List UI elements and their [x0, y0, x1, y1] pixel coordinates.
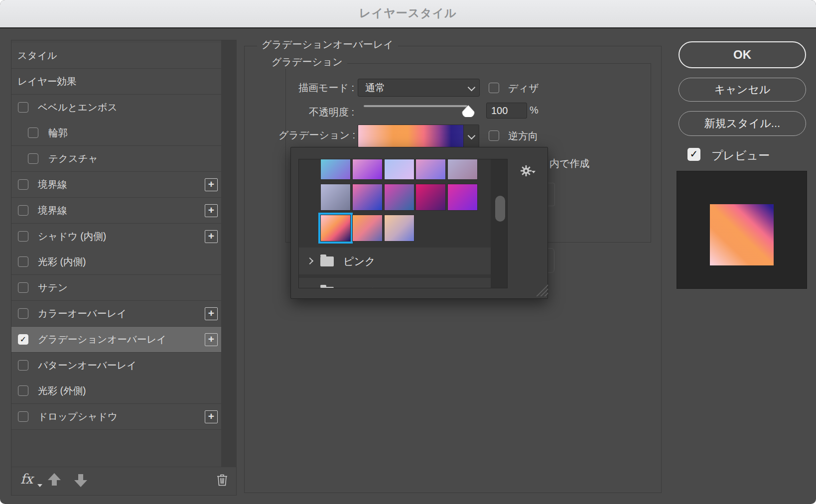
add-effect-instance-button[interactable]: +	[205, 410, 218, 423]
gradient-picker-button[interactable]	[358, 125, 479, 147]
blend-mode-select[interactable]: 通常	[358, 79, 480, 97]
effect-checkbox[interactable]: ✓	[18, 334, 28, 345]
new-style-button[interactable]: 新規スタイル...	[679, 111, 806, 136]
sidebar-item[interactable]: ドロップシャドウ+	[11, 404, 221, 430]
gradient-swatch[interactable]	[384, 159, 414, 180]
sidebar-item[interactable]: ✓グラデーションオーバーレイ+	[11, 327, 221, 353]
sidebar-item[interactable]: 輪郭	[11, 120, 221, 146]
move-effect-up-button[interactable]	[48, 473, 61, 487]
gradient-group-label: グラデーション	[267, 55, 347, 69]
sidebar-item[interactable]: 光彩 (外側)	[11, 378, 221, 404]
gradient-strip[interactable]	[358, 125, 464, 147]
sidebar-item-label: レイヤー効果	[17, 69, 76, 94]
gradient-swatch[interactable]	[447, 159, 478, 180]
add-effect-instance-button[interactable]: +	[205, 178, 218, 191]
opacity-slider-track[interactable]	[364, 105, 467, 107]
preset-folder-row[interactable]: レッド	[299, 278, 491, 288]
effect-checkbox[interactable]	[18, 256, 28, 267]
gradient-swatch[interactable]	[447, 184, 478, 211]
effect-checkbox[interactable]	[18, 102, 28, 113]
fx-menu-button[interactable]: fx	[20, 471, 33, 487]
sidebar-scrollbar-track[interactable]	[221, 40, 237, 467]
effect-checkbox[interactable]	[18, 205, 28, 216]
disclosure-chevron-icon[interactable]	[307, 257, 314, 264]
disclosure-chevron-icon[interactable]	[307, 288, 314, 288]
gradient-swatch[interactable]	[415, 184, 446, 211]
gradient-swatch[interactable]	[320, 184, 351, 211]
sidebar-item-label: 境界線	[38, 198, 67, 223]
sidebar-item[interactable]: パターンオーバーレイ	[11, 353, 221, 378]
opacity-slider-thumb[interactable]	[462, 105, 475, 119]
effect-checkbox[interactable]	[18, 385, 28, 396]
sidebar-item[interactable]: スタイル	[11, 43, 221, 69]
gradient-swatch[interactable]	[320, 159, 351, 180]
sidebar-item[interactable]: シャドウ (内側)+	[11, 224, 221, 250]
add-effect-instance-button[interactable]: +	[205, 230, 218, 243]
folder-icon	[320, 256, 334, 266]
effect-checkbox[interactable]	[18, 179, 28, 190]
popup-scrollbar-track[interactable]	[491, 159, 507, 288]
gradient-swatch[interactable]	[384, 184, 414, 211]
preview-thumbnail	[710, 204, 774, 265]
cancel-button[interactable]: キャンセル	[679, 78, 806, 102]
sidebar-item[interactable]: ベベルとエンボス	[11, 95, 221, 121]
popup-resize-grip[interactable]	[535, 283, 548, 296]
gear-icon	[520, 165, 532, 177]
sidebar-item[interactable]: レイヤー効果	[11, 69, 221, 95]
sidebar-item-label: ベベルとエンボス	[38, 95, 118, 120]
popup-scrollbar-thumb[interactable]	[495, 196, 505, 222]
sidebar-item[interactable]: 境界線+	[11, 198, 221, 224]
gradient-swatch[interactable]	[352, 184, 383, 211]
sidebar-item[interactable]: カラーオーバーレイ+	[11, 301, 221, 327]
blend-mode-label: 描画モード :	[229, 81, 354, 95]
sidebar-item-label: シャドウ (内側)	[38, 224, 106, 249]
effect-checkbox[interactable]	[18, 411, 28, 422]
sidebar-footer: fx	[11, 467, 236, 495]
sidebar-item-label: グラデーションオーバーレイ	[38, 327, 166, 352]
effect-checkbox[interactable]	[28, 153, 38, 164]
effect-checkbox[interactable]	[28, 127, 38, 138]
preview-checkbox[interactable]: ✓	[687, 148, 700, 161]
sidebar-item-label: 光彩 (内側)	[38, 249, 86, 274]
add-effect-instance-button[interactable]: +	[205, 333, 218, 346]
effect-checkbox[interactable]	[18, 360, 28, 371]
reverse-checkbox[interactable]	[489, 130, 499, 141]
move-effect-down-button[interactable]	[74, 473, 87, 487]
sidebar-item[interactable]: 境界線+	[11, 172, 221, 198]
gradient-swatch[interactable]	[384, 215, 414, 242]
sidebar-item[interactable]: テクスチャ	[11, 146, 221, 172]
reverse-label: 逆方向	[508, 129, 538, 143]
sidebar-item[interactable]: 光彩 (内側)	[11, 249, 221, 275]
gradient-swatch[interactable]	[352, 159, 383, 180]
popup-settings-button[interactable]	[520, 165, 535, 176]
dither-checkbox[interactable]	[489, 83, 499, 93]
gradient-dropdown-cell[interactable]	[463, 125, 479, 147]
gear-caret-icon	[532, 171, 536, 173]
add-effect-instance-button[interactable]: +	[205, 204, 218, 217]
delete-effect-button[interactable]	[216, 473, 228, 488]
preview-well	[677, 171, 807, 289]
effect-checkbox[interactable]	[18, 282, 28, 293]
folder-label: ピンク	[343, 254, 375, 268]
opacity-input[interactable]: 100	[486, 103, 527, 119]
gradient-label: グラデーション :	[229, 128, 355, 142]
preset-folder-row[interactable]: ピンク	[299, 248, 491, 274]
titlebar: レイヤースタイル	[0, 0, 816, 28]
sidebar-item-label: 境界線	[38, 172, 67, 197]
add-effect-instance-button[interactable]: +	[205, 307, 218, 320]
gradient-swatch-selected[interactable]	[320, 215, 351, 242]
ok-button[interactable]: OK	[679, 41, 806, 68]
chevron-down-icon	[468, 85, 474, 91]
sidebar-item[interactable]: サテン	[11, 275, 221, 301]
effect-checkbox[interactable]	[18, 308, 28, 319]
trash-icon	[216, 473, 228, 486]
preview-label: プレビュー	[711, 148, 770, 163]
gradient-swatch[interactable]	[415, 159, 446, 180]
folder-label: レッド	[343, 285, 375, 288]
fx-caret-icon	[37, 484, 42, 487]
folder-icon	[320, 287, 334, 288]
opacity-label: 不透明度 :	[229, 106, 354, 119]
opacity-unit: %	[530, 105, 539, 116]
effect-checkbox[interactable]	[18, 231, 28, 242]
gradient-swatch[interactable]	[352, 215, 383, 242]
